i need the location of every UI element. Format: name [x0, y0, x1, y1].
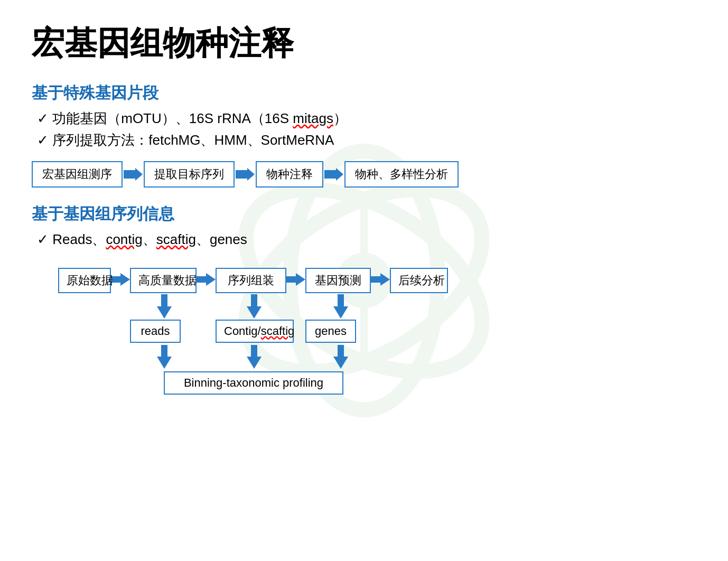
section1-header: 基于特殊基因片段: [32, 82, 696, 104]
mitags-word: mitags: [293, 110, 333, 126]
mid-box-reads: reads: [130, 320, 181, 343]
bullet3-text: ✓ Reads、contig、scaftig、genes: [37, 230, 247, 249]
svg-marker-14: [333, 294, 348, 319]
svg-marker-15: [157, 345, 172, 369]
bullet1: ✓ 功能基因（mOTU）、16S rRNA（16S mitags）: [37, 109, 696, 128]
bullet2-text: ✓ 序列提取方法：fetchMG、HMM、SortMeRNA: [37, 131, 334, 149]
flow-arrow-1: [124, 167, 143, 182]
mid-box-contig: Contig/scaftig: [216, 320, 294, 343]
flow-arrow-2: [236, 167, 255, 182]
top-box-2: 高质量数据: [130, 268, 197, 293]
page-title: 宏基因组物种注释: [32, 21, 696, 66]
bullet3: ✓ Reads、contig、scaftig、genes: [37, 230, 696, 249]
svg-marker-7: [324, 168, 343, 181]
svg-marker-17: [333, 345, 348, 369]
flow-arrow-3: [324, 167, 343, 182]
svg-marker-9: [195, 273, 216, 286]
svg-marker-12: [157, 294, 172, 319]
svg-marker-11: [370, 273, 390, 286]
bullet2: ✓ 序列提取方法：fetchMG、HMM、SortMeRNA: [37, 131, 696, 149]
flow-box-4: 物种、多样性分析: [344, 161, 459, 188]
svg-marker-5: [124, 168, 143, 181]
section2-header: 基于基因组序列信息: [32, 203, 696, 225]
top-box-1: 原始数据: [58, 268, 111, 293]
flow-box-1: 宏基因组测序: [32, 161, 123, 188]
top-box-3: 序列组装: [216, 268, 286, 293]
svg-marker-16: [247, 345, 262, 369]
top-box-4: 基因预测: [305, 268, 371, 293]
flow-box-2: 提取目标序列: [144, 161, 235, 188]
contig-word: contig: [106, 231, 142, 247]
svg-marker-13: [247, 294, 262, 319]
bottom-flow-diagram: 原始数据 高质量数据 序列组装 基因预测 后续分析 reads Contig/s…: [32, 256, 613, 404]
flow-diagram-1: 宏基因组测序 提取目标序列 物种注释 物种、多样性分析: [32, 161, 696, 188]
mid-box-genes: genes: [305, 320, 356, 343]
svg-marker-10: [285, 273, 305, 286]
bullet1-text: ✓ 功能基因（mOTU）、16S rRNA（16S mitags）: [37, 109, 347, 128]
bottom-box-binning: Binning-taxonomic profiling: [164, 371, 343, 395]
flow-box-3: 物种注释: [256, 161, 323, 188]
section2: 基于基因组序列信息 ✓ Reads、contig、scaftig、genes: [32, 203, 696, 404]
contig-scaftig-text: Contig/scaftig: [224, 324, 294, 338]
svg-marker-6: [236, 168, 255, 181]
top-box-5: 后续分析: [390, 268, 448, 293]
section1: 基于特殊基因片段 ✓ 功能基因（mOTU）、16S rRNA（16S mitag…: [32, 82, 696, 188]
scaftig-word: scaftig: [156, 231, 196, 247]
